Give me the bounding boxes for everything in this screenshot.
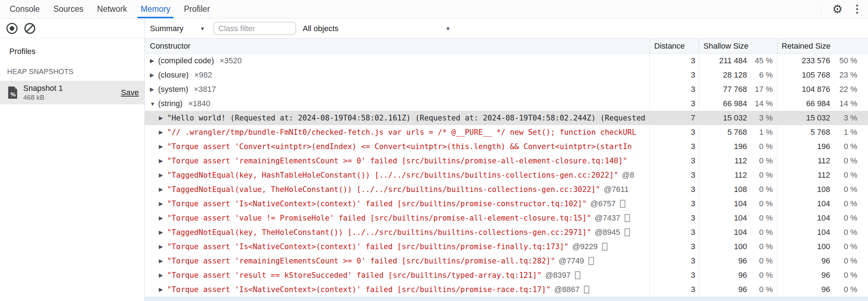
retained-size-value: 196 bbox=[777, 142, 830, 151]
table-row[interactable]: ▶"TaggedNotEqual(value, TheHoleConstant(… bbox=[145, 182, 868, 197]
shallow-size-percent: 1 % bbox=[747, 128, 773, 137]
table-row[interactable]: ▶(compiled code)×35203211 48445 %233 576… bbox=[145, 54, 868, 68]
retained-size-value: 100 bbox=[777, 242, 830, 251]
column-header-constructor[interactable]: Constructor bbox=[145, 39, 650, 53]
shallow-size-percent: 0 % bbox=[747, 242, 773, 251]
constructor-name: (closure) bbox=[158, 70, 189, 80]
expand-arrow-icon[interactable]: ▶ bbox=[159, 129, 167, 135]
table-row[interactable]: ▶(closure)×982328 1286 %105 76823 % bbox=[145, 68, 868, 82]
objects-filter-select[interactable]: All objects ▼ bbox=[303, 24, 453, 33]
expand-arrow-icon[interactable]: ▶ bbox=[159, 143, 167, 150]
object-id: @7611 bbox=[604, 185, 629, 194]
kebab-menu-icon bbox=[856, 5, 858, 6]
expand-arrow-icon[interactable]: ▶ bbox=[159, 115, 167, 121]
table-row[interactable]: ▶"Hello world! (Requested at: 2024-08-19… bbox=[145, 111, 868, 125]
grid-bottom-strip bbox=[145, 297, 868, 301]
expand-arrow-icon[interactable]: ▶ bbox=[159, 186, 167, 193]
shallow-size-value: 77 768 bbox=[699, 85, 747, 94]
constructor-cell: ▶(compiled code)×3520 bbox=[145, 54, 650, 68]
table-row[interactable]: ▶"TaggedNotEqual(key, HashTableHoleConst… bbox=[145, 168, 868, 182]
record-heap-snapshot-button[interactable] bbox=[6, 23, 17, 34]
distance-value: 3 bbox=[691, 70, 695, 80]
object-id: @7437 bbox=[595, 213, 620, 223]
customize-menu-button[interactable] bbox=[855, 3, 859, 15]
retained-size-value: 233 576 bbox=[777, 56, 830, 65]
tab-console[interactable]: Console bbox=[3, 0, 46, 18]
distance-cell: 3 bbox=[650, 97, 699, 111]
table-row[interactable]: ▶"Torque assert 'Is<NativeContext>(conte… bbox=[145, 240, 868, 254]
tab-network[interactable]: Network bbox=[90, 0, 134, 18]
settings-button[interactable]: ⚙ bbox=[832, 3, 843, 15]
clear-profiles-button[interactable] bbox=[24, 23, 36, 34]
shallow-size-cell: 1000 % bbox=[699, 240, 777, 254]
table-row[interactable]: ▶"Torque assert 'Is<NativeContext>(conte… bbox=[145, 197, 868, 211]
snapshot-text: Snapshot 1 468 kB bbox=[23, 84, 63, 102]
expand-arrow-icon[interactable]: ▼ bbox=[150, 101, 158, 107]
distance-value: 3 bbox=[691, 142, 695, 151]
expand-arrow-icon[interactable]: ▶ bbox=[159, 201, 167, 207]
shallow-size-cell: 211 48445 % bbox=[699, 54, 777, 68]
expand-arrow-icon[interactable]: ▶ bbox=[159, 215, 167, 221]
distance-cell: 3 bbox=[650, 240, 699, 254]
table-row[interactable]: ▶"Torque assert 'Convert<uintptr>(endInd… bbox=[145, 139, 868, 154]
column-header-retained-size[interactable]: Retained Size bbox=[777, 39, 868, 53]
retained-size-cell: 5 7681 % bbox=[777, 125, 868, 139]
retained-size-percent: 0 % bbox=[830, 185, 857, 194]
distance-value: 3 bbox=[691, 213, 695, 223]
expand-arrow-icon[interactable]: ▶ bbox=[159, 158, 167, 164]
tab-memory[interactable]: Memory bbox=[134, 0, 177, 18]
shallow-size-cell: 1120 % bbox=[699, 168, 777, 182]
class-filter-input[interactable] bbox=[213, 22, 296, 35]
expand-arrow-icon[interactable]: ▶ bbox=[150, 86, 158, 93]
tab-sources[interactable]: Sources bbox=[46, 0, 90, 18]
expand-arrow-icon[interactable]: ▶ bbox=[159, 229, 167, 236]
distance-cell: 3 bbox=[650, 139, 699, 154]
table-row[interactable]: ▶"// .wrangler/tmp/bundle-FmNIt0/checked… bbox=[145, 125, 868, 139]
expand-arrow-icon[interactable]: ▶ bbox=[159, 243, 167, 250]
table-row[interactable]: ▶"Torque assert 'remainingElementsCount … bbox=[145, 254, 868, 268]
expand-arrow-icon[interactable]: ▶ bbox=[159, 258, 167, 264]
shallow-size-percent: 17 % bbox=[747, 85, 773, 94]
expand-arrow-icon[interactable]: ▶ bbox=[159, 272, 167, 278]
table-row[interactable]: ▶"Torque assert 'result == kStoreSuccede… bbox=[145, 268, 868, 282]
constructor-name: (string) bbox=[158, 99, 182, 108]
string-value: "Torque assert 'Is<NativeContext>(contex… bbox=[167, 242, 569, 251]
placeholder-box-icon bbox=[589, 257, 594, 265]
table-row[interactable]: ▶"Torque assert 'value != PromiseHole' f… bbox=[145, 211, 868, 225]
shallow-size-percent: 0 % bbox=[747, 142, 773, 151]
constructor-cell: ▶(system)×3817 bbox=[145, 82, 650, 97]
shallow-size-value: 211 484 bbox=[699, 56, 747, 65]
table-row[interactable]: ▼(string)×1840366 98414 %66 98414 % bbox=[145, 97, 868, 111]
retained-size-value: 104 876 bbox=[777, 85, 830, 94]
profiles-label: Profiles bbox=[0, 38, 145, 56]
retained-size-percent: 3 % bbox=[830, 113, 857, 123]
expand-arrow-icon[interactable]: ▶ bbox=[159, 172, 167, 178]
table-row[interactable]: ▶"TaggedNotEqual(key, TheHoleConstant())… bbox=[145, 225, 868, 240]
distance-value: 3 bbox=[691, 156, 695, 166]
retained-size-value: 15 032 bbox=[777, 113, 830, 123]
table-row[interactable]: ▶(system)×3817377 76817 %104 87622 % bbox=[145, 82, 868, 97]
column-header-distance[interactable]: Distance bbox=[650, 39, 699, 53]
table-row[interactable]: ▶"Torque assert 'Is<NativeContext>(conte… bbox=[145, 282, 868, 297]
string-value: "Torque assert 'Is<NativeContext>(contex… bbox=[167, 199, 587, 208]
shallow-size-percent: 3 % bbox=[747, 113, 773, 123]
column-header-shallow-size[interactable]: Shallow Size bbox=[699, 39, 777, 53]
shallow-size-percent: 0 % bbox=[747, 213, 773, 223]
perspective-select[interactable]: Summary ▼ bbox=[150, 24, 205, 33]
tab-profiler[interactable]: Profiler bbox=[177, 0, 217, 18]
distance-cell: 3 bbox=[650, 268, 699, 282]
save-link[interactable]: Save bbox=[121, 88, 139, 97]
distance-cell: 3 bbox=[650, 54, 699, 68]
expand-arrow-icon[interactable]: ▶ bbox=[159, 286, 167, 293]
constructor-cell: ▶(closure)×982 bbox=[145, 68, 650, 82]
table-row[interactable]: ▶"Torque assert 'remainingElementsCount … bbox=[145, 154, 868, 168]
expand-arrow-icon[interactable]: ▶ bbox=[150, 72, 158, 78]
constructor-cell: ▶"TaggedNotEqual(key, TheHoleConstant())… bbox=[145, 225, 650, 240]
shallow-size-cell: 960 % bbox=[699, 282, 777, 297]
snapshot-item[interactable]: % Snapshot 1 468 kB Save bbox=[0, 81, 145, 104]
expand-arrow-icon[interactable]: ▶ bbox=[150, 58, 158, 64]
shallow-size-cell: 1040 % bbox=[699, 225, 777, 240]
shallow-size-percent: 14 % bbox=[747, 99, 773, 108]
shallow-size-value: 104 bbox=[699, 228, 747, 237]
distance-value: 3 bbox=[691, 171, 695, 180]
